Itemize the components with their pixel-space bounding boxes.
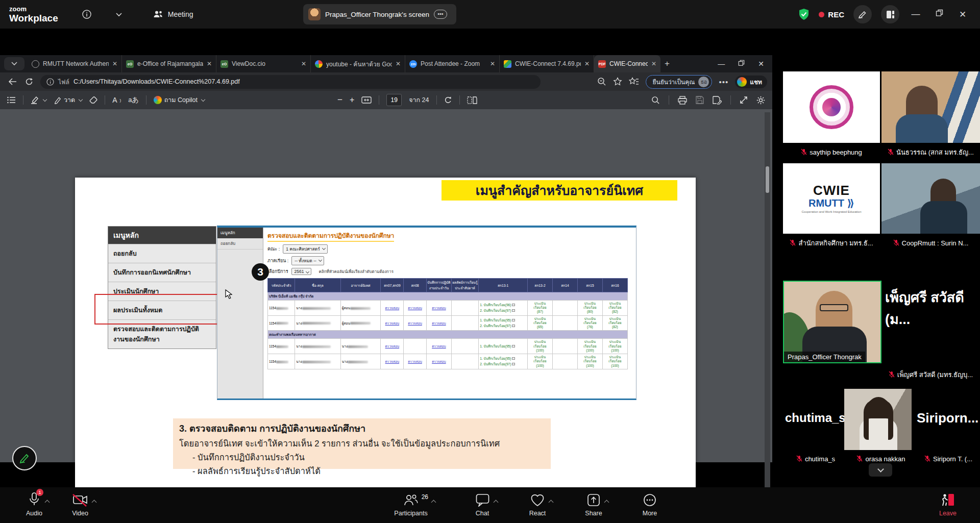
browser-tab[interactable]: eOe-Office of Rajamangala✕ (122, 55, 216, 72)
table-column-header[interactable]: ผลลัพธ์การเรียนรู้ประจำสัปดาห์ (451, 279, 478, 292)
eval-cell[interactable]: ประเมินเรียบร้อย(100) (577, 339, 602, 354)
minimize-button[interactable]: — (909, 9, 923, 19)
check-link[interactable]: ตรวจสอบ (428, 359, 450, 364)
eval-cell[interactable]: ประเมินเรียบร้อย(82) (602, 315, 627, 331)
browser-tab[interactable]: CWIE-Connect 7.4.69.pdf✕ (500, 55, 594, 72)
tab-screen-share[interactable]: Prapas_Officer Thongrak's screen ••• (303, 4, 456, 24)
eval-cell[interactable]: ประเมินเรียบร้อย(82) (602, 301, 627, 316)
browser-tab[interactable]: PDFCWIE-Connect 7.4...✕ (594, 55, 660, 72)
search-icon[interactable] (651, 96, 660, 105)
eval-cell[interactable]: ประเมินเรียบร้อย(76) (577, 315, 602, 331)
gallery-collapse-button[interactable] (869, 463, 892, 477)
annotate-pencil-icon[interactable] (853, 5, 872, 23)
table-column-header[interactable]: บันทึกการปฏิบัติงานประจำวัน (426, 279, 451, 292)
check-link[interactable]: ตรวจสอบ (382, 343, 402, 349)
page-number-input[interactable]: 19 (386, 94, 402, 106)
daily-log-link[interactable]: 2. บันทึกเรียบร้อย(97) (480, 323, 526, 329)
zoom-in-icon[interactable]: + (350, 95, 354, 105)
expand-icon[interactable] (740, 96, 748, 104)
highlighter-icon[interactable] (31, 96, 46, 104)
participant-big-name[interactable]: เพ็ญศรี สวัสดี (ม... (885, 294, 980, 322)
tab-close-icon[interactable]: ✕ (490, 60, 495, 67)
video-options-caret[interactable] (92, 500, 97, 505)
favorite-star-icon[interactable] (613, 77, 622, 86)
eval-cell[interactable]: ประเมินเรียบร้อย(100) (527, 339, 552, 354)
tab-close-icon[interactable]: ✕ (584, 60, 590, 67)
refresh-icon[interactable] (25, 78, 33, 86)
new-tab-button[interactable]: + (665, 59, 670, 69)
table-column-header[interactable]: สก13-2 (527, 279, 552, 292)
save-as-icon[interactable] (713, 96, 722, 105)
scrollbar-thumb[interactable] (766, 166, 769, 193)
daily-log-link[interactable]: 1. บันทึกเรียบร้อย(95) (480, 356, 526, 361)
browser-restore-button[interactable] (738, 60, 745, 68)
read-aloud-icon[interactable]: A) (112, 96, 121, 104)
eval-cell[interactable]: ประเมินเรียบร้อย(100) (577, 354, 602, 369)
eval-cell[interactable]: ประเมินเรียบร้อย(100) (527, 354, 552, 369)
tab-close-icon[interactable]: ✕ (207, 60, 212, 67)
eval-cell[interactable] (552, 339, 577, 354)
restore-button[interactable] (932, 9, 946, 19)
close-button[interactable]: ✕ (955, 9, 970, 20)
check-link[interactable]: ตรวจสอบ (382, 320, 402, 326)
zoom-out-icon[interactable]: − (337, 95, 342, 105)
eval-cell[interactable]: ประเมินเรียบร้อย(100) (602, 339, 627, 354)
browser-close-button[interactable]: ✕ (758, 60, 764, 68)
draw-pen-icon[interactable]: วาด (54, 95, 82, 105)
share-options-caret[interactable] (604, 500, 609, 505)
daily-log-link[interactable]: 1. บันทึกเรียบร้อย(96) (480, 302, 526, 308)
table-column-header[interactable]: สก08 (404, 279, 427, 292)
participant-video-orasa[interactable] (844, 389, 912, 450)
tab-search-button[interactable] (4, 57, 24, 70)
check-link[interactable]: ตรวจสอบ (405, 320, 425, 326)
back-icon[interactable] (8, 78, 17, 85)
audio-options-caret[interactable] (45, 500, 50, 505)
eval-cell[interactable]: ประเมินเรียบร้อย(65) (527, 315, 552, 331)
more-button[interactable]: More (627, 491, 673, 517)
browser-tab[interactable]: RMUTT Network Authent✕ (28, 55, 122, 72)
eval-cell[interactable] (552, 354, 577, 369)
participant-video-cooprmutt[interactable] (881, 163, 980, 234)
eval-cell[interactable] (552, 315, 577, 331)
participants-button[interactable]: 26 Participants (388, 491, 434, 517)
table-column-header[interactable]: สก15 (577, 279, 602, 292)
print-icon[interactable] (678, 96, 687, 105)
ask-copilot-button[interactable]: ถาม Copilot (154, 95, 205, 105)
tab-close-icon[interactable]: ✕ (301, 60, 306, 67)
eval-cell[interactable]: ประเมินเรียบร้อย(80) (577, 301, 602, 316)
rotate-icon[interactable] (444, 96, 452, 104)
check-link[interactable]: ตรวจสอบ (382, 359, 402, 364)
tab-close-icon[interactable]: ✕ (651, 60, 656, 67)
more-options-icon[interactable]: ••• (434, 10, 447, 19)
eval-cell[interactable]: ประเมินเรียบร้อย(87) (527, 301, 552, 316)
table-column-header[interactable]: อาจารย์นิเทศ (340, 279, 381, 292)
tab-close-icon[interactable]: ✕ (112, 60, 117, 67)
settings-gear-icon[interactable] (756, 96, 765, 105)
annotation-pencil-button[interactable] (12, 446, 37, 470)
react-button[interactable]: React (514, 491, 560, 517)
participant-big-name[interactable]: chutima_s (785, 401, 844, 435)
share-button[interactable]: Share (571, 491, 617, 517)
table-column-header[interactable]: รหัสประจำตัว (268, 279, 295, 292)
table-column-header[interactable]: สก07,สก09 (381, 279, 404, 292)
tab-meeting[interactable]: Meeting (153, 10, 193, 18)
daily-log-link[interactable]: 2. บันทึกเรียบร้อย(97) (480, 308, 526, 313)
pdf-scrollbar[interactable] (765, 112, 770, 516)
eval-cell[interactable] (552, 301, 577, 316)
daily-log-link[interactable]: 1. บันทึกเรียบร้อย(95) (480, 343, 526, 349)
tab-close-icon[interactable]: ✕ (396, 60, 401, 67)
check-link[interactable]: ตรวจสอบ (382, 305, 402, 311)
check-link[interactable]: ตรวจสอบ (428, 320, 450, 326)
toc-icon[interactable] (7, 96, 16, 104)
collections-icon[interactable] (629, 77, 639, 86)
verify-identity-button[interactable]: ยืนยันว่าเป็นคุณ ธอ (646, 75, 712, 89)
chevron-down-icon[interactable] (115, 12, 122, 17)
table-column-header[interactable]: สก13-1 (479, 279, 528, 292)
react-options-caret[interactable] (549, 500, 554, 505)
video-button[interactable]: Video (57, 491, 103, 517)
leave-button[interactable]: Leave (925, 491, 971, 517)
translate-icon[interactable]: aあ (128, 95, 139, 105)
check-link[interactable]: ตรวจสอบ (405, 359, 425, 364)
url-field[interactable]: ไฟล์ C:/Users/Thitaya/Downloads/CWIE-Con… (40, 75, 541, 89)
audio-button[interactable]: 1 Audio (11, 491, 57, 517)
